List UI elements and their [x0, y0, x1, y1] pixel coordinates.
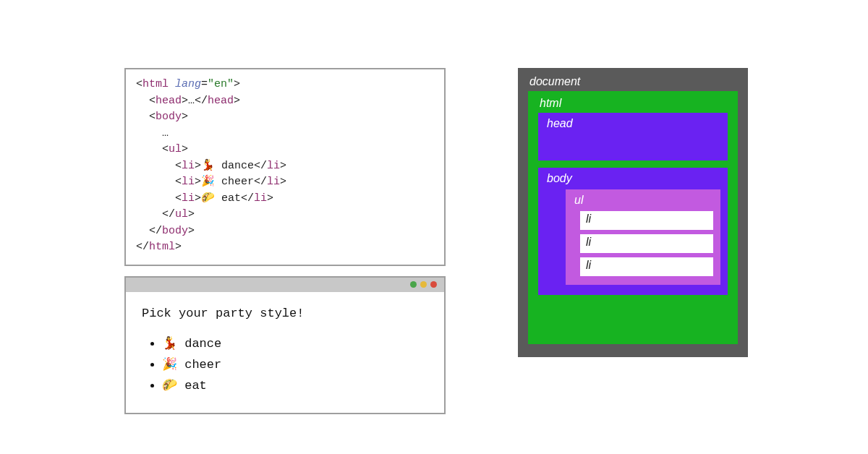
browser-titlebar: [126, 278, 444, 292]
node-ul: ul li li li: [566, 189, 720, 285]
node-document: document: [529, 75, 738, 88]
node-html: html head body ul li li li: [528, 91, 738, 344]
page-heading: Pick your party style!: [142, 304, 428, 325]
window-close-icon: [430, 281, 437, 288]
list-item: 💃 dance: [162, 334, 428, 355]
window-zoom-icon: [410, 281, 417, 288]
window-minimize-icon: [420, 281, 427, 288]
html-source-panel: <html lang="en"> <head>…</head> <body> ……: [124, 68, 446, 266]
node-li: li: [580, 234, 713, 253]
node-body: body ul li li li: [538, 168, 728, 295]
node-head: head: [538, 113, 728, 160]
party-style-list: 💃 dance 🎉 cheer 🌮 eat: [152, 334, 428, 397]
list-item: 🌮 eat: [162, 376, 428, 397]
dom-tree-diagram: document html head body ul li li li: [518, 68, 748, 357]
node-li: li: [580, 257, 713, 276]
list-item: 🎉 cheer: [162, 355, 428, 376]
rendered-browser-panel: Pick your party style! 💃 dance 🎉 cheer 🌮…: [124, 276, 446, 415]
node-li: li: [580, 211, 713, 230]
